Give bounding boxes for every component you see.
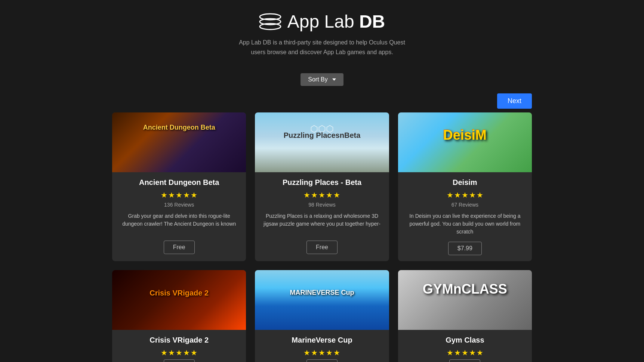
price-button-ancient[interactable]: Free xyxy=(164,241,195,254)
stars-marine: ★ ★ ★ ★ ★ xyxy=(261,348,383,357)
price-button-puzzling[interactable]: Free xyxy=(306,241,338,254)
star-3: ★ xyxy=(318,191,325,199)
card-title-gym: Gym Class xyxy=(404,336,526,344)
star-1: ★ xyxy=(447,191,453,199)
price-button-crisis[interactable]: Free xyxy=(164,359,195,362)
card-image-crisis xyxy=(112,270,246,330)
star-3: ★ xyxy=(176,348,182,357)
stars-gym: ★ ★ ★ ★ ★ xyxy=(404,348,526,357)
card-crisis-vrigade-2[interactable]: Crisis VRigade 2 ★ ★ ★ ★ ★ Free xyxy=(112,270,246,362)
star-3: ★ xyxy=(462,191,468,199)
card-puzzling-places-beta[interactable]: Puzzling Places - Beta ★ ★ ★ ★ ★ 98 Revi… xyxy=(255,112,389,261)
header: App Lab DB App Lab DB is a third-party s… xyxy=(0,0,644,73)
price-button-marine[interactable]: Free xyxy=(306,359,338,362)
card-marineverse-cup[interactable]: MarineVerse Cup ★ ★ ★ ★ ★ Free xyxy=(255,270,389,362)
star-2: ★ xyxy=(311,191,318,199)
star-1: ★ xyxy=(447,348,453,357)
star-4: ★ xyxy=(183,191,190,199)
pagination-container: Next xyxy=(0,93,644,109)
sort-by-button[interactable]: Sort By xyxy=(301,73,343,86)
star-2: ★ xyxy=(311,348,318,357)
card-gym-class[interactable]: Gym Class ★ ★ ★ ★ ★ Free xyxy=(398,270,532,362)
stars-ancient: ★ ★ ★ ★ ★ xyxy=(118,191,240,199)
card-title-deisim: Deisim xyxy=(404,178,526,187)
star-4: ★ xyxy=(326,348,333,357)
card-body-deisim: Deisim ★ ★ ★ ★ ★ 67 Reviews In Deisim yo… xyxy=(398,172,532,261)
card-image-puzzling xyxy=(255,112,389,172)
star-4: ★ xyxy=(326,191,333,199)
star-2: ★ xyxy=(168,191,175,199)
star-5: ★ xyxy=(333,348,340,357)
app-lab-db-logo-icon xyxy=(259,12,281,31)
star-2: ★ xyxy=(454,348,461,357)
description-puzzling: Puzzling Places is a relaxing and wholes… xyxy=(261,212,383,235)
star-1: ★ xyxy=(303,191,310,199)
subtitle: App Lab DB is a third-party site designe… xyxy=(7,38,637,57)
card-ancient-dungeon-beta[interactable]: Ancient Dungeon Beta ★ ★ ★ ★ ★ 136 Revie… xyxy=(112,112,246,261)
description-deisim: In Deisim you can live the experience of… xyxy=(404,212,526,236)
star-5: ★ xyxy=(477,191,483,199)
price-button-gym[interactable]: Free xyxy=(449,359,480,362)
logo-text: App Lab DB xyxy=(287,11,385,32)
chevron-down-icon xyxy=(332,78,336,81)
star-5: ★ xyxy=(191,191,197,199)
next-button[interactable]: Next xyxy=(497,93,532,109)
star-4: ★ xyxy=(469,191,476,199)
cards-grid: Ancient Dungeon Beta ★ ★ ★ ★ ★ 136 Revie… xyxy=(0,112,644,362)
logo-container: App Lab DB xyxy=(7,11,637,32)
sort-bar: Sort By xyxy=(0,73,644,86)
card-image-gym xyxy=(398,270,532,330)
price-button-deisim[interactable]: $7.99 xyxy=(448,242,482,255)
card-deisim[interactable]: Deisim ★ ★ ★ ★ ★ 67 Reviews In Deisim yo… xyxy=(398,112,532,261)
reviews-ancient: 136 Reviews xyxy=(118,202,240,208)
card-body-gym: Gym Class ★ ★ ★ ★ ★ Free xyxy=(398,330,532,362)
card-body-marine: MarineVerse Cup ★ ★ ★ ★ ★ Free xyxy=(255,330,389,362)
card-title-crisis: Crisis VRigade 2 xyxy=(118,336,240,344)
star-2: ★ xyxy=(454,191,461,199)
card-body-puzzling: Puzzling Places - Beta ★ ★ ★ ★ ★ 98 Revi… xyxy=(255,172,389,260)
star-1: ★ xyxy=(161,191,167,199)
star-3: ★ xyxy=(462,348,468,357)
card-title-ancient: Ancient Dungeon Beta xyxy=(118,178,240,187)
card-image-marine xyxy=(255,270,389,330)
star-2: ★ xyxy=(168,348,175,357)
star-5: ★ xyxy=(333,191,340,199)
card-body-crisis: Crisis VRigade 2 ★ ★ ★ ★ ★ Free xyxy=(112,330,246,362)
star-3: ★ xyxy=(176,191,182,199)
description-ancient: Grab your gear and delve into this rogue… xyxy=(118,212,240,235)
reviews-puzzling: 98 Reviews xyxy=(261,202,383,208)
stars-puzzling: ★ ★ ★ ★ ★ xyxy=(261,191,383,199)
stars-deisim: ★ ★ ★ ★ ★ xyxy=(404,191,526,199)
stars-crisis: ★ ★ ★ ★ ★ xyxy=(118,348,240,357)
card-image-ancient xyxy=(112,112,246,172)
star-5: ★ xyxy=(191,348,197,357)
reviews-deisim: 67 Reviews xyxy=(404,202,526,208)
star-3: ★ xyxy=(318,348,325,357)
star-4: ★ xyxy=(469,348,476,357)
star-5: ★ xyxy=(477,348,483,357)
star-1: ★ xyxy=(161,348,167,357)
card-title-puzzling: Puzzling Places - Beta xyxy=(261,178,383,187)
star-1: ★ xyxy=(303,348,310,357)
card-title-marine: MarineVerse Cup xyxy=(261,336,383,344)
star-4: ★ xyxy=(183,348,190,357)
card-image-deisim xyxy=(398,112,532,172)
card-body-ancient: Ancient Dungeon Beta ★ ★ ★ ★ ★ 136 Revie… xyxy=(112,172,246,260)
